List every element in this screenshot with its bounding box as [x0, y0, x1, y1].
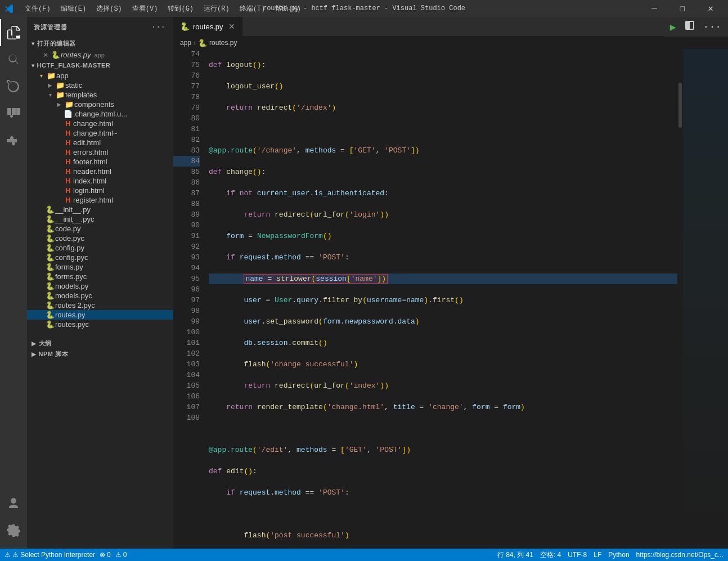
tree-item-change-html-tilde[interactable]: H change.html~ — [27, 128, 173, 138]
tree-item-change-html[interactable]: H change.html — [27, 119, 173, 128]
language-status[interactable]: Python — [608, 551, 629, 559]
python-interpreter-status[interactable]: ⚠ ⚠ Select Python Interpreter — [5, 551, 95, 559]
menu-run[interactable]: 运行(R) — [199, 3, 234, 15]
line-col-status[interactable]: 行 84, 列 41 — [497, 550, 533, 560]
scrollbar-thumb[interactable] — [678, 83, 682, 128]
code-line-86: user.set_password(form.newpassword.data) — [209, 316, 677, 327]
eol-status[interactable]: LF — [594, 551, 601, 559]
tree-item-code-pyc[interactable]: 🐍 code.pyc — [27, 234, 173, 243]
sidebar-footer-sections: ▶ 大纲 ▶ NPM 脚本 — [27, 338, 173, 360]
tree-item-init-pyc[interactable]: 🐍 __init__.pyc — [27, 214, 173, 224]
tree-item-header-html[interactable]: H header.html — [27, 167, 173, 176]
code-line-90: return render_template('change.html', ti… — [209, 402, 677, 412]
tab-bar: 🐍 routes.py ✕ — [173, 17, 663, 37]
tree-item-login-html[interactable]: H login.html — [27, 186, 173, 195]
vertical-scrollbar[interactable] — [677, 49, 683, 549]
html-icon-index: H — [63, 177, 73, 185]
tree-item-footer-html[interactable]: H footer.html — [27, 157, 173, 167]
tree-item-models-py[interactable]: 🐍 models.py — [27, 281, 173, 291]
code-line-87: db.session.commit() — [209, 338, 677, 348]
tree-item-forms-py[interactable]: 🐍 forms.py — [27, 262, 173, 272]
split-editor-button[interactable] — [683, 20, 696, 34]
url-label: https://blog.csdn.net/Ops_c... — [636, 551, 723, 559]
tree-label-login-html: login.html — [73, 186, 105, 195]
tree-item-routes-py[interactable]: 🐍 routes.py — [27, 310, 173, 320]
activity-settings[interactable] — [0, 517, 27, 544]
section-outline[interactable]: ▶ 大纲 — [27, 338, 173, 349]
minimap — [683, 49, 728, 549]
section-npm[interactable]: ▶ NPM 脚本 — [27, 349, 173, 360]
menu-view[interactable]: 查看(V) — [128, 3, 163, 15]
tree-item-code-py[interactable]: 🐍 code.py — [27, 224, 173, 234]
chevron-right-icon-components: ▶ — [54, 101, 64, 107]
tab-close-button[interactable]: ✕ — [228, 22, 235, 31]
tree-item-routes-pyc[interactable]: 🐍 routes.pyc — [27, 320, 173, 329]
open-file-routes-py[interactable]: ✕ 🐍 routes.py app — [27, 50, 173, 60]
close-icon[interactable]: ✕ — [41, 51, 51, 59]
chevron-right-icon: ▶ — [45, 82, 55, 88]
tree-label-forms-py: forms.py — [55, 263, 83, 271]
activity-account[interactable] — [0, 490, 27, 517]
tree-item-edit-html[interactable]: H edit.html — [27, 138, 173, 147]
minimize-button[interactable]: — — [641, 0, 667, 17]
activity-search[interactable] — [0, 46, 27, 73]
error-count-status[interactable]: ⊗ 0 — [100, 551, 111, 559]
code-line-96: flash('post successful') — [209, 530, 677, 541]
activity-extensions[interactable] — [0, 127, 27, 154]
close-button[interactable]: ✕ — [698, 0, 723, 17]
warning-count: 0 — [123, 551, 127, 559]
html-icon-footer: H — [63, 158, 73, 166]
code-content[interactable]: def logout(): logout_user() return redir… — [204, 49, 677, 549]
menu-file[interactable]: 文件(F) — [20, 3, 55, 15]
tree-item-errors-html[interactable]: H errors.html — [27, 147, 173, 157]
tree-label-edit-html: edit.html — [73, 138, 101, 147]
code-editor: 74 75 76 77 78 79 80 81 82 83 84 85 86 8… — [173, 49, 728, 549]
section-open-editors-label: 打开的编辑器 — [37, 39, 76, 48]
open-file-context: app — [94, 52, 104, 59]
breadcrumb-py-icon: 🐍 — [198, 39, 207, 47]
tree-item-models-pyc[interactable]: 🐍 models.pyc — [27, 291, 173, 300]
npm-chevron: ▶ — [32, 351, 37, 357]
html-icon-header: H — [63, 167, 73, 176]
breadcrumb-sep1: › — [194, 39, 196, 47]
tree-label-change-html: change.html — [73, 119, 113, 128]
tree-item-templates[interactable]: ▾ 📁 templates — [27, 90, 173, 100]
menu-goto[interactable]: 转到(G) — [163, 3, 198, 15]
section-open-editors[interactable]: ▾ 打开的编辑器 — [27, 37, 173, 50]
activity-explorer[interactable] — [0, 19, 27, 46]
tree-item-config-py[interactable]: 🐍 config.py — [27, 243, 173, 253]
maximize-button[interactable]: ❐ — [669, 0, 695, 17]
tree-item-config-pyc[interactable]: 🐍 config.pyc — [27, 253, 173, 262]
sidebar-action-more[interactable]: ··· — [150, 21, 167, 33]
tree-item-index-html[interactable]: H index.html — [27, 176, 173, 186]
section-project[interactable]: ▾ HCTF_FLASK-MASTER — [27, 60, 173, 71]
url-status[interactable]: https://blog.csdn.net/Ops_c... — [636, 551, 723, 559]
tree-item-app[interactable]: ▾ 📁 app — [27, 71, 173, 80]
tree-item-forms-pyc[interactable]: 🐍 forms.pyc — [27, 272, 173, 281]
menu-edit[interactable]: 编辑(E) — [56, 3, 91, 15]
tree-label-header-html: header.html — [73, 167, 111, 176]
menu-select[interactable]: 选择(S) — [92, 3, 127, 15]
tree-item-register-html[interactable]: H register.html — [27, 195, 173, 205]
status-bar: ⚠ ⚠ Select Python Interpreter ⊗ 0 ⚠ 0 行 … — [0, 549, 728, 561]
activity-debug[interactable] — [0, 100, 27, 127]
tree-item-routes2-pyc[interactable]: 🐍 routes 2.pyc — [27, 300, 173, 310]
folder-icon: 📁 — [55, 81, 65, 89]
tree-item-components[interactable]: ▶ 📁 components — [27, 100, 173, 109]
tab-routes-py[interactable]: 🐍 routes.py ✕ — [173, 17, 242, 36]
tree-item-change-html-u[interactable]: 📄 .change.html.u... — [27, 109, 173, 119]
tree-item-init-py[interactable]: 🐍 __init__.py — [27, 205, 173, 214]
tree-label-app: app — [56, 71, 69, 80]
warning-count-status[interactable]: ⚠ 0 — [115, 551, 127, 559]
encoding-status[interactable]: UTF-8 — [568, 551, 587, 559]
tree-label-models-pyc: models.pyc — [55, 291, 92, 300]
run-button[interactable]: ▶ — [668, 20, 678, 34]
minimap-content — [683, 49, 728, 549]
tree-label-templates: templates — [65, 91, 97, 99]
indent-status[interactable]: 空格: 4 — [540, 550, 561, 560]
python-file-icon: 🐍 — [51, 51, 61, 59]
tree-item-static[interactable]: ▶ 📁 static — [27, 80, 173, 90]
more-actions-button[interactable]: ··· — [701, 20, 723, 34]
activity-git[interactable] — [0, 73, 27, 100]
folder-open-icon-templates: 📁 — [55, 91, 65, 99]
